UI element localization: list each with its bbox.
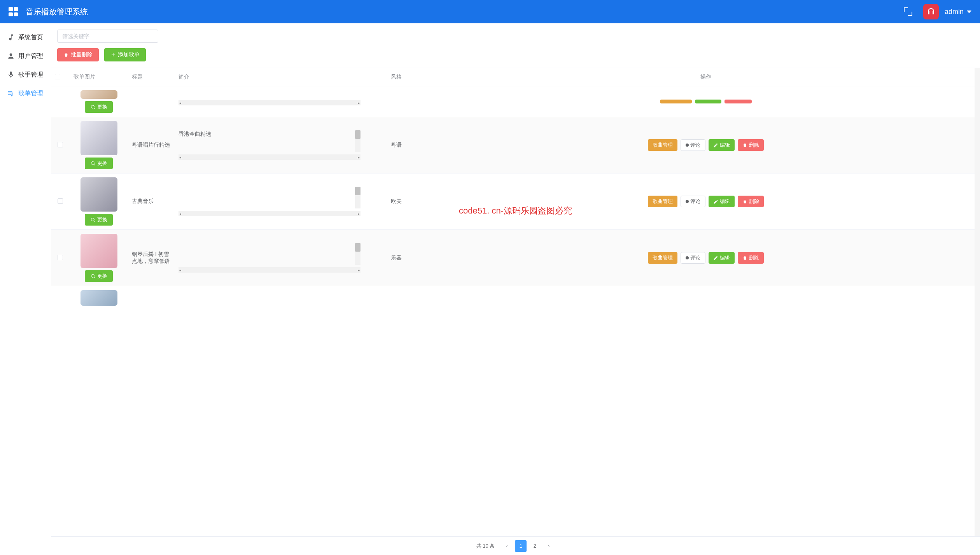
username: admin xyxy=(945,8,964,16)
intro-h-scrollbar[interactable] xyxy=(178,211,360,216)
sidebar-item-playlists[interactable]: 歌单管理 xyxy=(0,84,51,103)
select-all-checkbox[interactable] xyxy=(55,74,60,79)
edit-icon xyxy=(713,199,718,204)
mic-icon xyxy=(7,71,15,79)
row-checkbox[interactable] xyxy=(58,142,63,147)
col-header-img: 歌单图片 xyxy=(70,68,128,86)
comment-button[interactable]: 评论 xyxy=(681,139,705,151)
playlist-table: 歌单图片 标题 简介 风格 操作 更换 更换 粤语 xyxy=(51,68,980,312)
playlist-thumbnail xyxy=(80,121,117,155)
music-note-icon xyxy=(7,33,15,41)
dot-icon xyxy=(686,256,689,259)
sidebar-item-singers[interactable]: 歌手管理 xyxy=(0,65,51,84)
trash-icon xyxy=(63,52,69,58)
intro-v-scrollbar[interactable] xyxy=(355,243,360,265)
playlist-thumbnail xyxy=(80,234,117,268)
playlist-thumbnail xyxy=(80,290,117,306)
change-image-button[interactable]: 更换 xyxy=(85,158,113,169)
col-header-ops: 操作 xyxy=(431,68,980,86)
pager-next[interactable]: › xyxy=(543,540,555,552)
playlist-title: 钢琴后摇 I 初雪点地，窸窣低语 xyxy=(128,230,175,286)
sidebar-item-label: 歌手管理 xyxy=(18,71,43,79)
pager-prev[interactable]: ‹ xyxy=(501,540,513,552)
sidebar-item-label: 用户管理 xyxy=(18,52,43,60)
song-manage-button[interactable]: 歌曲管理 xyxy=(648,196,677,207)
pager-page[interactable]: 1 xyxy=(515,540,527,552)
delete-button[interactable]: 删除 xyxy=(738,252,764,264)
table-row: 更换 古典音乐 欧美 歌曲管理 评论 编辑 删除 xyxy=(51,173,980,230)
search-icon xyxy=(91,274,96,279)
apps-menu-icon[interactable] xyxy=(9,7,18,16)
table-row xyxy=(51,286,980,312)
delete-button[interactable]: 删除 xyxy=(738,196,764,207)
row-checkbox[interactable] xyxy=(58,198,63,204)
playlist-thumbnail xyxy=(80,90,117,99)
row-checkbox[interactable] xyxy=(58,255,63,260)
avatar[interactable] xyxy=(923,4,939,19)
change-image-button[interactable]: 更换 xyxy=(85,101,113,113)
app-header: 音乐播放管理系统 admin xyxy=(0,0,980,23)
toolbar: 批量删除 添加歌单 xyxy=(51,23,980,61)
edit-icon xyxy=(713,143,718,148)
op-stub xyxy=(724,100,752,103)
edit-button[interactable]: 编辑 xyxy=(709,139,735,151)
col-header-intro: 简介 xyxy=(175,68,361,86)
intro-h-scrollbar[interactable] xyxy=(178,100,360,105)
pager-page[interactable]: 2 xyxy=(529,540,541,552)
search-input[interactable] xyxy=(57,30,158,43)
search-icon xyxy=(91,161,96,166)
table-container: code51. cn-源码乐园盗图必究 歌单图片 标题 简介 风格 操作 更换 xyxy=(51,68,980,536)
search-icon xyxy=(91,105,96,110)
playlist-intro xyxy=(178,243,360,265)
trash-icon xyxy=(742,256,747,261)
intro-h-scrollbar[interactable] xyxy=(178,154,360,160)
change-image-button[interactable]: 更换 xyxy=(85,214,113,226)
sidebar-item-home[interactable]: 系统首页 xyxy=(0,28,51,47)
intro-v-scrollbar[interactable] xyxy=(355,130,360,152)
dot-icon xyxy=(686,144,689,147)
sidebar-item-label: 系统首页 xyxy=(18,33,43,42)
sidebar-item-users[interactable]: 用户管理 xyxy=(0,47,51,65)
search-icon xyxy=(91,217,96,222)
comment-button[interactable]: 评论 xyxy=(681,196,705,207)
playlist-title: 粤语唱片行精选 xyxy=(128,117,175,173)
col-header-title: 标题 xyxy=(128,68,175,86)
table-row: 更换 xyxy=(51,86,980,117)
table-row: 更换 钢琴后摇 I 初雪点地，窸窣低语 乐器 歌曲管理 评论 编辑 删除 xyxy=(51,230,980,286)
col-header-style: 风格 xyxy=(361,68,431,86)
pager-total: 共 10 条 xyxy=(476,543,495,550)
intro-v-scrollbar[interactable] xyxy=(355,187,360,208)
playlist-title: 古典音乐 xyxy=(128,173,175,230)
vertical-scrollbar[interactable] xyxy=(975,68,980,536)
song-manage-button[interactable]: 歌曲管理 xyxy=(648,139,677,151)
edit-icon xyxy=(713,256,718,261)
comment-button[interactable]: 评论 xyxy=(681,252,705,264)
intro-h-scrollbar[interactable] xyxy=(178,267,360,273)
sidebar: 系统首页 用户管理 歌手管理 歌单管理 xyxy=(0,23,51,555)
table-row: 更换 粤语唱片行精选 香港金曲精选 粤语 歌曲管理 评论 编辑 删除 xyxy=(51,117,980,173)
batch-delete-button[interactable]: 批量删除 xyxy=(57,48,99,61)
playlist-style: 粤语 xyxy=(361,117,431,173)
user-menu[interactable]: admin xyxy=(945,8,971,16)
song-manage-button[interactable]: 歌曲管理 xyxy=(648,252,677,264)
chevron-down-icon xyxy=(967,11,971,13)
user-icon xyxy=(7,52,15,60)
plus-icon xyxy=(110,52,116,58)
add-playlist-button[interactable]: 添加歌单 xyxy=(104,48,146,61)
sidebar-item-label: 歌单管理 xyxy=(18,89,43,98)
playlist-style: 欧美 xyxy=(361,173,431,230)
trash-icon xyxy=(742,199,747,204)
playlist-intro: 香港金曲精选 xyxy=(178,130,360,152)
delete-button[interactable]: 删除 xyxy=(738,139,764,151)
edit-button[interactable]: 编辑 xyxy=(709,252,735,264)
change-image-button[interactable]: 更换 xyxy=(85,270,113,282)
playlist-thumbnail xyxy=(80,177,117,212)
fullscreen-icon[interactable] xyxy=(904,7,912,16)
edit-button[interactable]: 编辑 xyxy=(709,196,735,207)
pagination: 共 10 条 ‹ 12 › xyxy=(51,536,980,555)
main-content: 批量删除 添加歌单 code51. cn-源码乐园盗图必究 歌单图片 标题 简介… xyxy=(51,23,980,555)
trash-icon xyxy=(742,143,747,148)
dot-icon xyxy=(686,200,689,203)
op-stub xyxy=(695,100,721,103)
op-stub xyxy=(660,100,692,103)
